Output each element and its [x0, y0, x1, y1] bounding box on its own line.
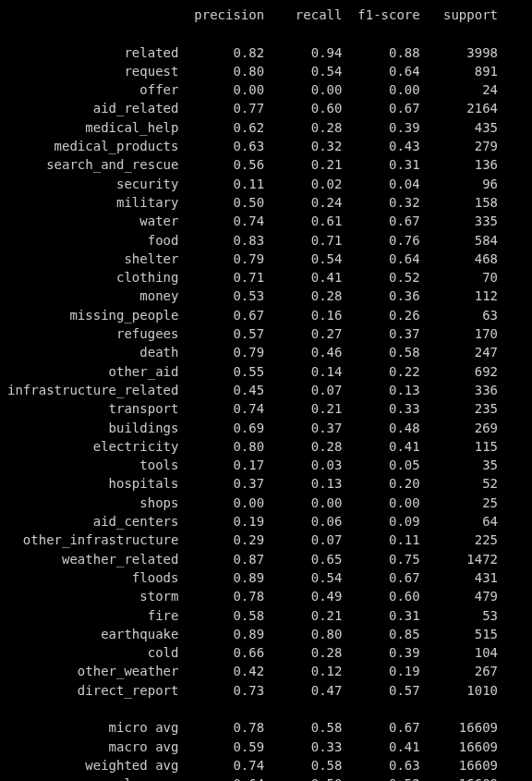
table-row: earthquake 0.89 0.80 0.85 515: [7, 625, 525, 643]
table-row: weighted avg 0.74 0.58 0.63 16609: [7, 756, 525, 775]
table-row: fire 0.58 0.21 0.31 53: [7, 606, 525, 625]
table-row: shelter 0.79 0.54 0.64 468: [7, 250, 525, 268]
table-row: buildings 0.69 0.37 0.48 269: [7, 419, 525, 437]
table-row: death 0.79 0.46 0.58 247: [7, 343, 525, 361]
table-row: other_infrastructure 0.29 0.07 0.11 225: [7, 531, 525, 549]
table-row: other_weather 0.42 0.12 0.19 267: [7, 662, 525, 680]
table-row: food 0.83 0.71 0.76 584: [7, 231, 525, 250]
table-row: missing_people 0.67 0.16 0.26 63: [7, 306, 525, 324]
table-row: aid_related 0.77 0.60 0.67 2164: [7, 99, 525, 117]
table-row: cold 0.66 0.28 0.39 104: [7, 643, 525, 662]
table-row: storm 0.78 0.49 0.60 479: [7, 587, 525, 605]
table-row: other_aid 0.55 0.14 0.22 692: [7, 362, 525, 381]
table-row: weather_related 0.87 0.65 0.75 1472: [7, 550, 525, 568]
table-row: micro avg 0.78 0.58 0.67 16609: [7, 718, 525, 737]
table-row: offer 0.00 0.00 0.00 24: [7, 80, 525, 99]
table-row: clothing 0.71 0.41 0.52 70: [7, 268, 525, 287]
table-row: request 0.80 0.54 0.64 891: [7, 62, 525, 80]
table-row: infrastructure_related 0.45 0.07 0.13 33…: [7, 381, 525, 399]
table-row: refugees 0.57 0.27 0.37 170: [7, 324, 525, 343]
table-row: related 0.82 0.94 0.88 3998: [7, 43, 525, 62]
table-row: medical_products 0.63 0.32 0.43 279: [7, 137, 525, 155]
table-row: water 0.74 0.61 0.67 335: [7, 212, 525, 230]
table-row: samples avg 0.64 0.50 0.52 16609: [7, 775, 525, 781]
table-row: search_and_rescue 0.56 0.21 0.31 136: [7, 155, 525, 174]
table-header: precision recall f1-score support: [7, 6, 525, 24]
table-row: security 0.11 0.02 0.04 96: [7, 175, 525, 193]
table-row: medical_help 0.62 0.28 0.39 435: [7, 118, 525, 137]
table-row: money 0.53 0.28 0.36 112: [7, 287, 525, 305]
classification-report: precision recall f1-score support relate…: [0, 0, 532, 781]
table-row: floods 0.89 0.54 0.67 431: [7, 568, 525, 587]
table-row: hospitals 0.37 0.13 0.20 52: [7, 474, 525, 493]
blank-line: [7, 24, 525, 43]
table-row: macro avg 0.59 0.33 0.41 16609: [7, 738, 525, 756]
table-row: tools 0.17 0.03 0.05 35: [7, 456, 525, 474]
table-row: shops 0.00 0.00 0.00 25: [7, 494, 525, 512]
table-row: aid_centers 0.19 0.06 0.09 64: [7, 512, 525, 531]
table-row: transport 0.74 0.21 0.33 235: [7, 399, 525, 418]
table-row: electricity 0.80 0.28 0.41 115: [7, 437, 525, 456]
table-row: military 0.50 0.24 0.32 158: [7, 193, 525, 212]
table-row: direct_report 0.73 0.47 0.57 1010: [7, 681, 525, 700]
blank-line: [7, 700, 525, 718]
